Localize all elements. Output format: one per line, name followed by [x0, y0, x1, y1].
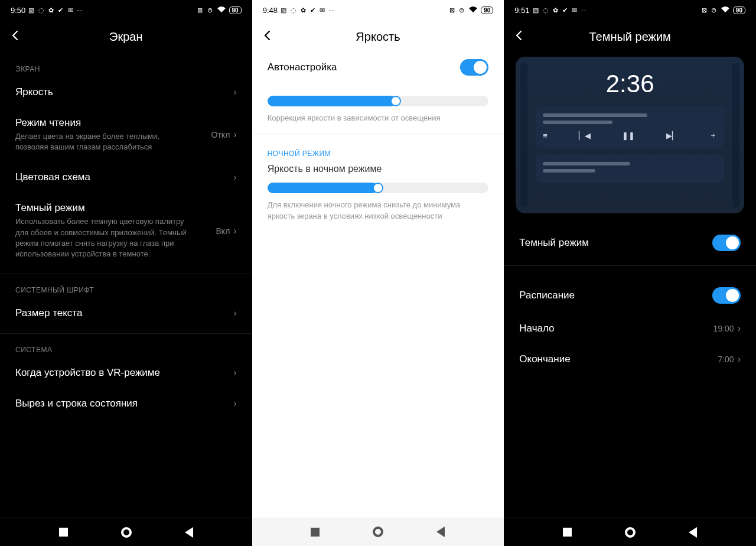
screen-display: 9:50 ▧ ◌ ✿ ✔ ✉ ·· ⊠ ⊜ 90 Экран ЭКРАН Ярк…: [0, 0, 252, 546]
next-icon: ▶▏: [666, 131, 678, 140]
status-icons-left: ▧ ◌ ✿ ✔ ✉ ··: [28, 6, 83, 14]
chevron-right-icon: ›: [738, 323, 741, 334]
nav-bar: [0, 518, 252, 546]
dark-mode-preview: 2:36 ≡ ▏◀ ❚❚ ▶▏ ＋: [516, 57, 744, 213]
battery-icon: 90: [229, 6, 242, 14]
status-bar: 9:48 ▧ ◌ ✿ ✔ ✉ ·· ⊠ ⊜ 90: [252, 0, 504, 20]
auto-brightness-toggle[interactable]: [460, 59, 488, 76]
section-screen: ЭКРАН: [15, 65, 237, 73]
section-night: НОЧНОЙ РЕЖИМ: [268, 150, 489, 158]
row-label: Цветовая схема: [15, 171, 233, 183]
chevron-right-icon: ›: [233, 368, 236, 378]
row-label: Когда устройство в VR-режиме: [15, 367, 233, 379]
row-label: Начало: [519, 323, 713, 334]
brightness-slider[interactable]: [268, 96, 489, 106]
row-label: Яркость: [15, 86, 233, 98]
page-title: Яркость: [356, 30, 400, 44]
row-label: Темный режим: [519, 237, 712, 249]
preview-card: ≡ ▏◀ ❚❚ ▶▏ ＋: [536, 106, 724, 148]
nav-home[interactable]: [121, 527, 132, 538]
content: 2:36 ≡ ▏◀ ❚❚ ▶▏ ＋ Темный режим: [504, 53, 756, 518]
wifi-icon: [468, 6, 478, 15]
nav-back[interactable]: [436, 526, 445, 537]
nav-bar: [252, 518, 504, 546]
row-label: Расписание: [519, 290, 712, 301]
nav-recents[interactable]: [59, 528, 68, 537]
row-label: Окончание: [519, 353, 718, 365]
nav-bar: [504, 518, 756, 546]
status-icons-left: ▧ ◌ ✿ ✔ ✉ ··: [533, 6, 587, 14]
wifi-icon: [721, 6, 730, 15]
back-button[interactable]: [262, 28, 279, 45]
row-label: Режим чтения: [15, 117, 211, 129]
preview-clock: 2:36: [524, 70, 736, 98]
content: Автонастройка Коррекция яркости в зависи…: [252, 53, 504, 518]
back-button[interactable]: [513, 28, 531, 45]
preview-card: [536, 155, 724, 183]
dark-mode-toggle[interactable]: [712, 235, 741, 251]
chevron-right-icon: ›: [233, 398, 236, 409]
row-brightness[interactable]: Яркость ›: [15, 77, 237, 108]
row-value: Вкл: [216, 226, 230, 236]
row-label: Размер текста: [15, 307, 233, 319]
wifi-icon: [217, 6, 226, 15]
back-button[interactable]: [9, 28, 27, 45]
status-bar: 9:51 ▧ ◌ ✿ ✔ ✉ ·· ⊠ ⊜ 90: [504, 0, 756, 20]
screen-dark-mode: 9:51 ▧ ◌ ✿ ✔ ✉ ·· ⊠ ⊜ 90 Темный режим 2:…: [504, 0, 756, 546]
nav-recents[interactable]: [311, 528, 320, 537]
battery-icon: 90: [481, 6, 493, 14]
divider: [0, 333, 252, 334]
row-vr-mode[interactable]: Когда устройство в VR-режиме ›: [15, 358, 237, 388]
plus-icon: ＋: [709, 130, 717, 141]
row-notch[interactable]: Вырез и строка состояния ›: [15, 388, 237, 419]
row-dark-mode-toggle: Темный режим: [519, 225, 741, 261]
chevron-right-icon: ›: [233, 308, 236, 318]
nav-back[interactable]: [185, 527, 193, 538]
row-sub: Делает цвета на экране более теплыми, по…: [15, 131, 193, 152]
chevron-right-icon: ›: [233, 87, 236, 98]
header: Темный режим: [504, 20, 756, 53]
page-title: Экран: [109, 30, 142, 44]
header: Яркость: [252, 20, 504, 53]
section-font: СИСТЕМНЫЙ ШРИФТ: [15, 286, 237, 294]
row-end-time[interactable]: Окончание 7:00 ›: [519, 344, 741, 375]
status-icons-right: ⊠ ⊜: [702, 6, 718, 14]
chevron-right-icon: ›: [233, 226, 236, 236]
nav-home[interactable]: [373, 526, 383, 537]
hint-text: Коррекция яркости в зависимости от освещ…: [268, 112, 489, 124]
row-start-time[interactable]: Начало 19:00 ›: [519, 313, 741, 344]
prev-icon: ▏◀: [579, 131, 591, 140]
status-icons-right: ⊠ ⊜: [449, 6, 465, 14]
chevron-right-icon: ›: [738, 354, 741, 365]
status-icons-left: ▧ ◌ ✿ ✔ ✉ ··: [281, 6, 335, 14]
menu-icon: ≡: [543, 131, 548, 140]
status-bar: 9:50 ▧ ◌ ✿ ✔ ✉ ·· ⊠ ⊜ 90: [0, 0, 252, 20]
battery-icon: 90: [733, 6, 745, 14]
nav-recents[interactable]: [563, 528, 572, 537]
row-text-size[interactable]: Размер текста ›: [15, 298, 237, 329]
page-title: Темный режим: [589, 30, 670, 44]
night-brightness-slider[interactable]: [268, 183, 489, 193]
screen-brightness: 9:48 ▧ ◌ ✿ ✔ ✉ ·· ⊠ ⊜ 90 Яркость Автонас…: [252, 0, 504, 546]
divider: [252, 134, 504, 134]
section-system: СИСТЕМА: [15, 346, 237, 354]
chevron-right-icon: ›: [233, 129, 236, 140]
header: Экран: [0, 20, 252, 53]
divider: [0, 274, 252, 274]
chevron-right-icon: ›: [233, 172, 236, 183]
row-dark-mode[interactable]: Темный режим Использовать более темную ц…: [15, 193, 237, 269]
row-label: Вырез и строка состояния: [15, 398, 233, 410]
schedule-toggle[interactable]: [712, 287, 741, 304]
row-label: Темный режим: [15, 202, 216, 214]
status-time: 9:48: [263, 6, 278, 15]
content: ЭКРАН Яркость › Режим чтения Делает цвет…: [0, 53, 252, 518]
row-reading-mode[interactable]: Режим чтения Делает цвета на экране боле…: [15, 108, 237, 162]
nav-home[interactable]: [625, 527, 636, 538]
row-color-scheme[interactable]: Цветовая схема ›: [15, 162, 237, 193]
nav-back[interactable]: [689, 527, 697, 538]
pause-icon: ❚❚: [622, 131, 635, 140]
preview-media-controls: ≡ ▏◀ ❚❚ ▶▏ ＋: [543, 130, 717, 141]
hint-text: Для включения ночного режима снизьте до …: [268, 199, 489, 222]
row-value: Откл: [211, 130, 230, 139]
row-auto-brightness: Автонастройка: [268, 53, 489, 85]
